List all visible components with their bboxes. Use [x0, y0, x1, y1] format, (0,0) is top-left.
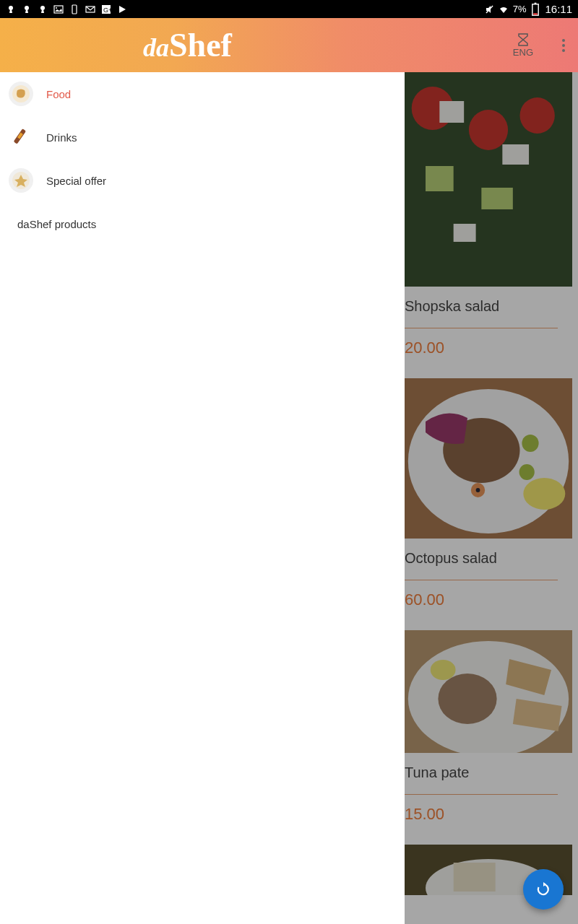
svg-rect-5: [72, 5, 77, 14]
drawer-item-drinks[interactable]: Drinks: [0, 116, 405, 159]
special-icon: [9, 168, 33, 193]
mute-icon: [484, 4, 494, 14]
keyhole-icon: [22, 4, 32, 14]
svg-text:G+: G+: [103, 6, 111, 14]
drawer-item-label: Special offer: [46, 175, 106, 187]
drawer-item-label: Drinks: [46, 131, 77, 144]
drinks-icon: [9, 125, 33, 149]
drawer-item-label: daShef products: [17, 218, 96, 230]
status-bar: G+ 7% 16:11: [0, 0, 578, 18]
clock-text: 16:11: [545, 3, 572, 15]
app-logo: daShef: [143, 26, 232, 64]
battery-icon: [530, 4, 540, 14]
svg-rect-11: [534, 13, 538, 14]
drawer-item-special[interactable]: Special offer: [0, 159, 405, 202]
gplus-icon: G+: [101, 4, 111, 14]
language-button[interactable]: ENG: [513, 32, 533, 58]
phone-icon: [69, 4, 79, 14]
refresh-fab[interactable]: [523, 869, 564, 910]
drawer-item-label: Food: [46, 88, 71, 100]
drawer-scrim[interactable]: [405, 72, 578, 924]
mail-icon: [85, 4, 95, 14]
drawer-item-products[interactable]: daShef products: [0, 202, 405, 245]
app-bar: daShef ENG: [0, 18, 578, 72]
svg-rect-12: [535, 2, 537, 4]
language-label: ENG: [513, 47, 533, 58]
image-icon: [53, 4, 64, 14]
play-icon: [117, 4, 127, 14]
food-icon: [9, 82, 33, 106]
refresh-icon: [535, 881, 552, 898]
overflow-menu-button[interactable]: [562, 39, 565, 52]
drawer-item-food[interactable]: Food: [0, 72, 405, 116]
keyhole-icon: [6, 4, 16, 14]
navigation-drawer: Food Drinks Special offer daShef product…: [0, 72, 405, 924]
keyhole-icon: [38, 4, 48, 14]
svg-point-4: [56, 7, 57, 9]
wifi-icon: [499, 4, 509, 14]
battery-percent: 7%: [513, 4, 527, 14]
hourglass-icon: [517, 32, 529, 47]
